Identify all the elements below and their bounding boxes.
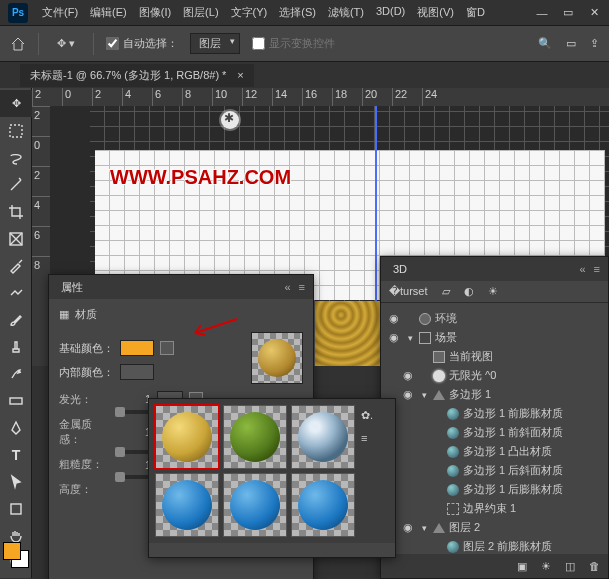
expand-icon[interactable]: ▾ — [419, 390, 429, 400]
visibility-icon[interactable]: ◉ — [387, 312, 401, 325]
collapse-icon[interactable]: « — [579, 263, 585, 275]
tree-item-infinite-light[interactable]: ◉无限光 ^0 — [387, 366, 602, 385]
foreground-color[interactable] — [3, 542, 21, 560]
material-swatch-blue-1[interactable] — [155, 473, 219, 537]
3d-scene-tree: ◉环境 ◉▾场景 当前视图 ◉无限光 ^0 ◉▾多边形 1 多边形 1 前膨胀材… — [385, 305, 604, 560]
close-button[interactable]: ✕ — [587, 6, 601, 20]
light-widget[interactable] — [221, 111, 239, 129]
crop-tool[interactable] — [0, 198, 32, 225]
filter-light-icon[interactable]: ☀ — [488, 285, 498, 298]
tree-item-material-back[interactable]: 多边形 1 后膨胀材质 — [387, 480, 602, 499]
tab-close-icon[interactable]: × — [237, 69, 243, 81]
expand-icon[interactable]: ▾ — [419, 523, 429, 533]
layer-dropdown[interactable]: 图层 — [190, 33, 240, 54]
filter-material-icon[interactable]: ◐ — [464, 285, 474, 298]
toolbox: ✥ T 🔍 — [0, 88, 32, 578]
base-color-chip[interactable] — [120, 340, 154, 356]
workspace-icon[interactable]: ▭ — [566, 37, 576, 50]
menu-view[interactable]: 视图(V) — [415, 3, 456, 22]
panel-menu-icon[interactable]: ≡ — [299, 281, 305, 293]
lasso-tool[interactable] — [0, 144, 32, 171]
metal-value[interactable]: 1 — [115, 426, 151, 438]
panel-tab-properties[interactable]: 属性 — [57, 278, 87, 297]
shape-tool[interactable] — [0, 495, 32, 522]
menu-window[interactable]: 窗D — [464, 3, 487, 22]
material-swatch-blue-3[interactable] — [291, 473, 355, 537]
tree-item-scene[interactable]: ◉▾场景 — [387, 328, 602, 347]
expand-icon[interactable]: ▾ — [405, 333, 415, 343]
tree-item-material-front-bevel[interactable]: 多边形 1 前斜面材质 — [387, 423, 602, 442]
document-tab[interactable]: 未标题-1 @ 66.7% (多边形 1, RGB/8#) * × — [20, 64, 254, 87]
show-transform-input[interactable] — [252, 37, 265, 50]
filter-mesh-icon[interactable]: ▱ — [442, 285, 450, 298]
ruler-tick: 4 — [32, 196, 50, 226]
brush-tool[interactable] — [0, 306, 32, 333]
eyedropper-tool[interactable] — [0, 252, 32, 279]
tree-item-material-back-bevel[interactable]: 多边形 1 后斜面材质 — [387, 461, 602, 480]
tree-item-environment[interactable]: ◉环境 — [387, 309, 602, 328]
panel-header[interactable]: 属性 « ≡ — [49, 275, 313, 299]
tree-item-current-view[interactable]: 当前视图 — [387, 347, 602, 366]
home-icon[interactable] — [10, 36, 26, 52]
stamp-tool[interactable] — [0, 333, 32, 360]
history-brush-tool[interactable] — [0, 360, 32, 387]
picker-settings-icon[interactable]: ✿. — [361, 409, 373, 422]
show-transform-checkbox[interactable]: 显示变换控件 — [252, 36, 335, 51]
panel-header[interactable]: 3D « ≡ — [381, 257, 608, 281]
new-light-icon[interactable]: ☀ — [541, 560, 551, 573]
visibility-icon[interactable]: ◉ — [387, 331, 401, 344]
menu-edit[interactable]: 编辑(E) — [88, 3, 129, 22]
minimize-button[interactable]: — — [535, 6, 549, 20]
filter-scene-icon[interactable]: �turset — [389, 285, 428, 298]
search-icon[interactable]: 🔍 — [538, 37, 552, 50]
tree-item-material-front[interactable]: 多边形 1 前膨胀材质 — [387, 404, 602, 423]
move-tool[interactable]: ✥ — [0, 90, 32, 117]
visibility-icon[interactable]: ◉ — [401, 521, 415, 534]
tree-item-polygon[interactable]: ◉▾多边形 1 — [387, 385, 602, 404]
menu-select[interactable]: 选择(S) — [277, 3, 318, 22]
menu-layer[interactable]: 图层(L) — [181, 3, 220, 22]
rough-value[interactable]: 1 — [115, 459, 151, 471]
menu-3d[interactable]: 3D(D) — [374, 3, 407, 22]
menu-image[interactable]: 图像(I) — [137, 3, 173, 22]
inner-color-chip[interactable] — [120, 364, 154, 380]
marquee-tool[interactable] — [0, 117, 32, 144]
tree-item-boundary[interactable]: 边界约束 1 — [387, 499, 602, 518]
material-swatch-glass[interactable] — [291, 405, 355, 469]
tree-item-material-extrude[interactable]: 多边形 1 凸出材质 — [387, 442, 602, 461]
add-icon[interactable]: ◫ — [565, 560, 575, 573]
visibility-icon[interactable]: ◉ — [401, 369, 415, 382]
gradient-tool[interactable] — [0, 387, 32, 414]
glow-value[interactable]: 1 — [115, 393, 151, 405]
material-swatch-gold[interactable] — [155, 405, 219, 469]
auto-select-input[interactable] — [106, 37, 119, 50]
render-icon[interactable]: ▣ — [517, 560, 527, 573]
frame-tool[interactable] — [0, 225, 32, 252]
panel-menu-icon[interactable]: ≡ — [594, 263, 600, 275]
share-icon[interactable]: ⇪ — [590, 37, 599, 50]
menu-file[interactable]: 文件(F) — [40, 3, 80, 22]
3d-panel-footer: ▣ ☀ ◫ 🗑 — [381, 554, 608, 578]
material-preview[interactable] — [251, 332, 303, 384]
texture-file-icon[interactable] — [160, 341, 174, 355]
menu-type[interactable]: 文字(Y) — [229, 3, 270, 22]
material-swatch-blue-2[interactable] — [223, 473, 287, 537]
collapse-icon[interactable]: « — [284, 281, 290, 293]
heal-tool[interactable] — [0, 279, 32, 306]
panel-tab-3d[interactable]: 3D — [389, 261, 411, 277]
color-swatches[interactable] — [3, 542, 29, 568]
maximize-button[interactable]: ▭ — [561, 6, 575, 20]
ruler-horizontal[interactable]: 2024681012141618202224 — [32, 88, 609, 106]
material-swatch-green[interactable] — [223, 405, 287, 469]
wand-tool[interactable] — [0, 171, 32, 198]
delete-icon[interactable]: 🗑 — [589, 560, 600, 572]
tree-item-layer2[interactable]: ◉▾图层 2 — [387, 518, 602, 537]
auto-select-checkbox[interactable]: 自动选择： — [106, 36, 178, 51]
visibility-icon[interactable]: ◉ — [401, 388, 415, 401]
picker-menu-icon[interactable]: ≡ — [361, 432, 373, 444]
move-tool-icon[interactable]: ✥ ▾ — [51, 37, 81, 50]
pen-tool[interactable] — [0, 414, 32, 441]
type-tool[interactable]: T — [0, 441, 32, 468]
menu-filter[interactable]: 滤镜(T) — [326, 3, 366, 22]
path-select-tool[interactable] — [0, 468, 32, 495]
